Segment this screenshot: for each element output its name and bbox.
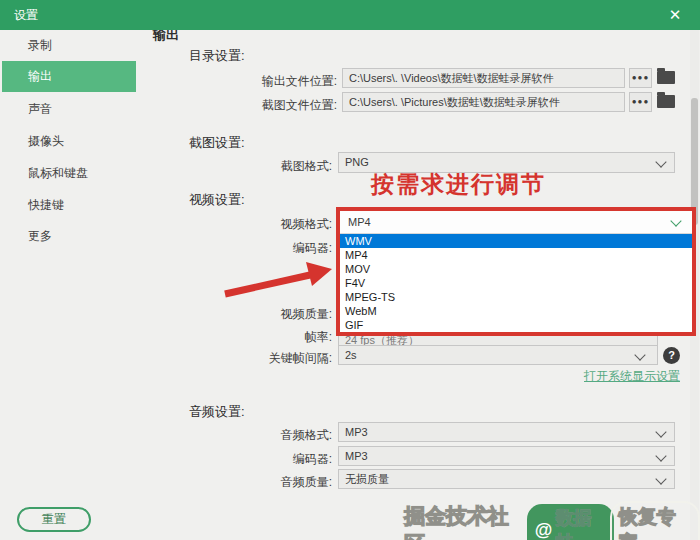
watermark-brand-text: 数据蛙 [555,506,605,540]
browse-output-button[interactable]: ●●● [629,68,652,88]
window-title: 设置 [14,0,38,30]
screenshot-location-label: 截图文件位置: [150,97,337,114]
annotation-text: 按需求进行调节 [371,169,546,200]
annotation-arrow-icon [212,258,342,308]
watermark: 掘金技术社区 @ 数据蛙 恢复专家 [404,501,700,540]
output-location-input[interactable]: C:\Users\. \Videos\数据蛙\数据蛙录屏软件 [342,68,625,88]
at-icon: @ [535,520,553,540]
audio-encoder-select[interactable]: MP3 [338,446,675,466]
watermark-suffix-text: 恢复专家 [610,501,700,540]
section-video-settings: 视频设置: [189,191,245,209]
close-icon[interactable]: ✕ [662,3,688,27]
title-bar: 设置 ✕ [0,0,700,30]
dropdown-option-mp4[interactable]: MP4 [340,248,692,262]
browse-screenshot-button[interactable]: ●●● [629,92,652,112]
sidebar-item-camera[interactable]: 摄像头 [28,133,64,150]
chevron-down-icon [670,215,681,226]
sidebar-item-sound[interactable]: 声音 [28,101,52,118]
section-audio-settings: 音频设置: [189,403,245,421]
video-format-label: 视频格式: [150,216,332,233]
video-quality-label: 视频质量: [150,306,332,323]
dropdown-option-gif[interactable]: GIF [340,318,692,332]
audio-quality-select[interactable]: 无损质量 [338,469,675,489]
video-format-dropdown: MP4 WMV MP4 MOV F4V MPEG-TS WebM GIF [336,207,696,336]
audio-format-label: 音频格式: [150,427,332,444]
sidebar-item-output-label: 输出 [28,61,52,92]
screenshot-location-input[interactable]: C:\Users\. \Pictures\数据蛙\数据蛙录屏软件 [342,92,625,112]
video-format-select[interactable]: MP4 [340,211,692,234]
settings-window: 设置 ✕ 录制 输出 声音 摄像头 鼠标和键盘 快捷键 更多 输出 目录设置: … [0,0,700,540]
dropdown-option-mov[interactable]: MOV [340,262,692,276]
sidebar-item-mouse-keyboard[interactable]: 鼠标和键盘 [28,165,88,182]
dropdown-option-wmv[interactable]: WMV [340,234,692,248]
scrollbar-thumb[interactable] [691,98,698,225]
sidebar-item-more[interactable]: 更多 [28,228,52,245]
section-screenshot-settings: 截图设置: [189,134,245,152]
audio-format-select[interactable]: MP3 [338,422,675,442]
dropdown-option-f4v[interactable]: F4V [340,276,692,290]
open-output-folder-icon[interactable] [657,71,675,84]
sidebar-item-hotkeys[interactable]: 快捷键 [28,197,64,214]
open-system-display-settings-link[interactable]: 打开系统显示设置 [480,368,680,385]
help-icon[interactable]: ? [663,347,680,364]
open-screenshot-folder-icon[interactable] [657,95,675,108]
reset-button[interactable]: 重置 [17,507,91,532]
dropdown-option-webm[interactable]: WebM [340,304,692,318]
watermark-brand-pill: @ 数据蛙 [527,504,614,540]
audio-quality-label: 音频质量: [150,474,332,491]
keyframe-interval-label: 关键帧间隔: [150,350,332,367]
keyframe-interval-select[interactable]: 2s [338,345,658,365]
watermark-community-text: 掘金技术社区 [404,502,524,540]
sidebar-item-output[interactable]: 输出 [2,61,136,92]
screenshot-format-label: 截图格式: [150,158,332,175]
audio-encoder-label: 编码器: [150,451,332,468]
frame-rate-label: 帧率: [150,329,332,346]
section-directory-settings: 目录设置: [189,47,245,65]
output-location-label: 输出文件位置: [150,73,337,90]
sidebar-item-record[interactable]: 录制 [28,37,52,54]
video-encoder-label: 编码器: [150,240,332,257]
dropdown-option-mpeg-ts[interactable]: MPEG-TS [340,290,692,304]
